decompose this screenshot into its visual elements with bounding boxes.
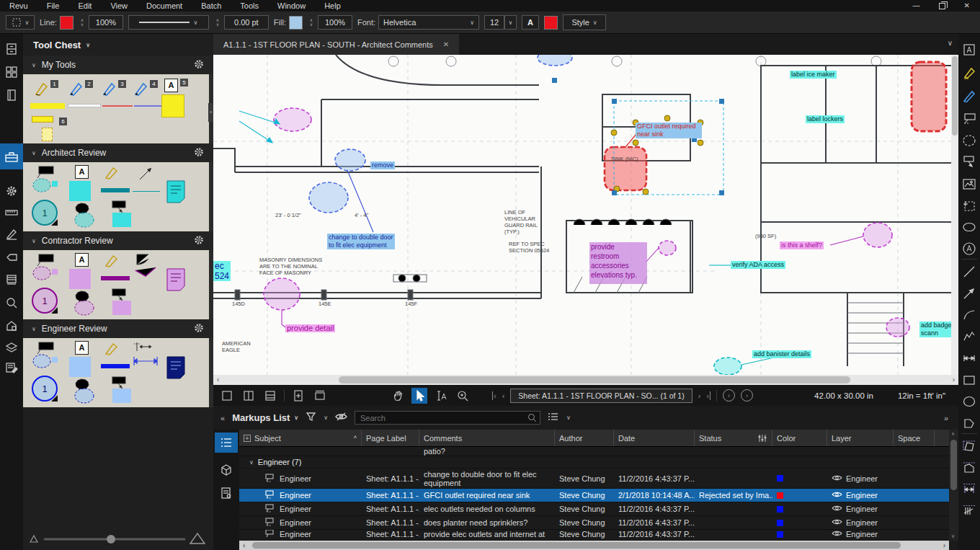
hide-markups-icon[interactable] bbox=[335, 412, 347, 425]
yellow-highlight-tool[interactable] bbox=[30, 103, 65, 109]
search-input[interactable] bbox=[355, 411, 540, 425]
select-cursor-icon[interactable] bbox=[411, 388, 427, 404]
circle-tool-icon[interactable] bbox=[958, 391, 980, 412]
gear-icon[interactable] bbox=[193, 146, 205, 160]
cloud-callout-tool-icon[interactable] bbox=[30, 165, 61, 195]
yellow-sticky-tool[interactable] bbox=[42, 128, 53, 141]
minimize-icon[interactable]: — bbox=[913, 0, 920, 12]
next-page-icon[interactable]: › bbox=[698, 391, 701, 400]
column-comments[interactable]: Comments bbox=[419, 430, 555, 446]
menu-document[interactable]: Document bbox=[137, 0, 192, 12]
scroll-right-icon[interactable]: › bbox=[943, 541, 945, 550]
dimension-tool-icon[interactable] bbox=[133, 340, 160, 370]
cloud-callout-tool-icon[interactable] bbox=[30, 341, 61, 371]
markup-provide-detail[interactable]: provide detail bbox=[285, 324, 335, 332]
document-tab[interactable]: A1.1.1 - 1ST FLOOR PLAN - SOUTH - Archit… bbox=[213, 34, 459, 55]
column-author[interactable]: Author bbox=[555, 430, 614, 446]
arrow-tool-icon[interactable] bbox=[137, 164, 156, 182]
polygon-tool-icon[interactable] bbox=[958, 413, 980, 433]
tool-chest-title[interactable]: Tool Chest ∨ bbox=[23, 34, 213, 56]
menu-window[interactable]: Window bbox=[268, 0, 315, 12]
table-row-partial[interactable]: patio? bbox=[239, 447, 949, 456]
column-status[interactable]: Status bbox=[695, 430, 772, 446]
select-text-icon[interactable] bbox=[433, 388, 449, 404]
line-opacity-stepper[interactable]: ∧∨ bbox=[79, 18, 86, 27]
purple-cloud-markup[interactable] bbox=[886, 318, 909, 337]
note-tool-icon[interactable] bbox=[166, 179, 187, 204]
menu-batch[interactable]: Batch bbox=[192, 0, 231, 12]
highlighter-tool-icon[interactable] bbox=[958, 63, 980, 83]
cloud-callout-tool-icon[interactable] bbox=[30, 253, 61, 283]
font-color-swatch[interactable] bbox=[544, 16, 558, 30]
markup-gfci-selected[interactable]: GFCI outlet required near sink bbox=[636, 123, 702, 138]
single-page-view-icon[interactable] bbox=[219, 388, 235, 404]
expand-grid-icon[interactable]: › bbox=[208, 103, 213, 122]
markup-remove[interactable]: remove bbox=[370, 161, 395, 169]
search-icon[interactable] bbox=[0, 292, 23, 314]
expand-all-icon[interactable] bbox=[244, 435, 251, 442]
tab-list-chevron-icon[interactable]: ∨ bbox=[948, 39, 953, 47]
line-tool-icon[interactable] bbox=[958, 262, 980, 282]
pen-tool-icon[interactable] bbox=[68, 80, 85, 97]
yellow-note-tool[interactable] bbox=[161, 94, 184, 117]
rectangle-tool-icon[interactable] bbox=[958, 370, 980, 390]
markup-add-banister[interactable]: add banister details bbox=[752, 350, 811, 358]
ellipse-small-tool-icon[interactable] bbox=[958, 217, 980, 237]
white-line-tool[interactable] bbox=[68, 104, 101, 107]
tool-mode-dropdown[interactable]: ∨ bbox=[6, 15, 35, 30]
canvas-horizontal-scrollbar[interactable]: ‹ › bbox=[213, 375, 958, 385]
file-access-icon[interactable] bbox=[0, 38, 23, 60]
tab-close-icon[interactable]: ✕ bbox=[443, 40, 449, 48]
cyan-cloud-markup[interactable] bbox=[714, 358, 741, 375]
markups-list-tab-icon[interactable] bbox=[215, 433, 238, 453]
section-architect-review[interactable]: ∨ Architect Review bbox=[23, 143, 213, 162]
blue-cloud-markup[interactable] bbox=[538, 55, 572, 66]
image-tool-icon[interactable] bbox=[958, 174, 980, 194]
filter-icon[interactable] bbox=[306, 412, 316, 425]
filter-chevron-icon[interactable]: ∨ bbox=[324, 414, 328, 421]
text-region-tool[interactable] bbox=[69, 181, 91, 201]
markup-label-lockers[interactable]: label lockers bbox=[806, 115, 845, 123]
text-region-tool[interactable] bbox=[69, 357, 91, 377]
layers-icon[interactable] bbox=[0, 337, 23, 358]
menu-help[interactable]: Help bbox=[315, 0, 350, 12]
forms-tab-icon[interactable] bbox=[215, 483, 238, 503]
gear-icon[interactable] bbox=[193, 234, 205, 248]
markup-label-ice-maker[interactable]: label ice maker bbox=[790, 71, 837, 79]
pen-tool-icon[interactable] bbox=[101, 80, 118, 97]
highlighter-tool-icon[interactable] bbox=[33, 80, 50, 97]
red-line-tool[interactable] bbox=[102, 105, 133, 107]
tool-chest-icon[interactable] bbox=[0, 143, 23, 169]
snapshot-tool-icon[interactable] bbox=[958, 195, 980, 216]
menu-tools[interactable]: Tools bbox=[231, 0, 268, 12]
scroll-down-icon[interactable]: ∨ bbox=[951, 533, 955, 539]
section-my-tools[interactable]: ∨ My Tools bbox=[23, 56, 213, 74]
cloud-tool-icon[interactable] bbox=[71, 200, 99, 229]
note-tool-icon[interactable] bbox=[166, 355, 187, 380]
menu-view[interactable]: View bbox=[101, 0, 137, 12]
model-tree-tab-icon[interactable] bbox=[215, 460, 238, 480]
list-options-chevron-icon[interactable]: ∨ bbox=[566, 414, 571, 421]
text-tool-icon[interactable]: A bbox=[164, 79, 178, 92]
section-contractor-review[interactable]: ∨ Contractor Review bbox=[23, 231, 213, 250]
highlighter-tool-icon[interactable] bbox=[104, 165, 121, 181]
column-date[interactable]: Date bbox=[614, 430, 695, 446]
calibrate-pen-icon[interactable] bbox=[0, 223, 23, 245]
group-row-engineer[interactable]: ∨ Engineer (7) bbox=[239, 456, 949, 469]
count-tool[interactable]: 1 bbox=[32, 200, 58, 226]
fill-opacity-stepper[interactable]: ∧∨ bbox=[308, 18, 315, 27]
scroll-left-icon[interactable]: ‹ bbox=[217, 375, 219, 385]
table-row[interactable]: Engineer Sheet: A1.1.1 -... elec outlets… bbox=[239, 502, 949, 516]
purple-cloud-markup[interactable] bbox=[659, 241, 676, 255]
arc-tool-icon[interactable] bbox=[958, 305, 980, 325]
table-row-selected[interactable]: Engineer Sheet: A1.1.1 -... GFCI outlet … bbox=[239, 489, 949, 502]
markups-vertical-scrollbar[interactable]: ∧ ∨ bbox=[949, 430, 958, 541]
dimension-tool-icon[interactable] bbox=[958, 348, 980, 368]
column-color[interactable]: Color bbox=[772, 430, 827, 446]
bookmarks-icon[interactable] bbox=[0, 84, 23, 106]
eye-icon[interactable] bbox=[832, 505, 842, 513]
red-cloud-markup[interactable] bbox=[912, 62, 946, 131]
canvas-vertical-scrollbar[interactable] bbox=[951, 55, 958, 375]
table-row[interactable]: Engineer Sheet: A1.1.1 -... change to do… bbox=[239, 469, 949, 489]
restore-icon[interactable] bbox=[939, 3, 945, 9]
